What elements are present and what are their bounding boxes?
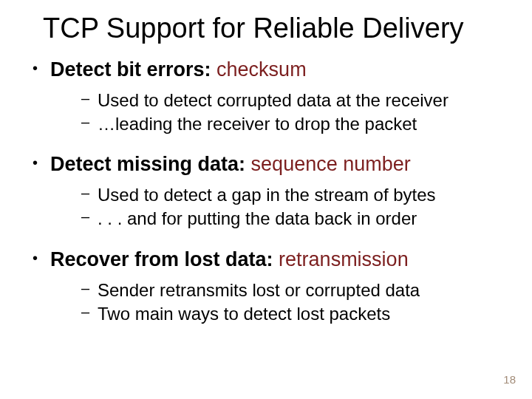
bullet-term: checksum <box>216 58 307 81</box>
bullet-list: Detect bit errors: checksum Used to dete… <box>30 58 502 327</box>
sub-item: Sender retransmits lost or corrupted dat… <box>81 279 502 302</box>
slide: TCP Support for Reliable Delivery Detect… <box>0 0 532 399</box>
bullet-item: Recover from lost data: retransmission S… <box>30 248 502 327</box>
bullet-lead: Recover from lost data: <box>50 248 273 270</box>
bullet-lead: Detect missing data: <box>50 153 245 175</box>
sub-list: Sender retransmits lost or corrupted dat… <box>50 279 502 327</box>
sub-item: Used to detect corrupted data at the rec… <box>81 89 502 112</box>
bullet-lead: Detect bit errors: <box>50 58 211 81</box>
bullet-term: retransmission <box>279 248 409 270</box>
bullet-item: Detect bit errors: checksum Used to dete… <box>30 58 502 137</box>
sub-item: Two main ways to detect lost packets <box>81 302 502 326</box>
slide-title: TCP Support for Reliable Delivery <box>43 13 502 44</box>
sub-item: …leading the receiver to drop the packet <box>81 112 502 136</box>
sub-list: Used to detect a gap in the stream of by… <box>50 183 502 231</box>
bullet-term: sequence number <box>251 153 411 175</box>
sub-item: Used to detect a gap in the stream of by… <box>81 183 502 207</box>
page-number: 18 <box>503 373 516 386</box>
bullet-item: Detect missing data: sequence number Use… <box>30 152 502 231</box>
sub-item: . . . and for putting the data back in o… <box>81 207 502 231</box>
sub-list: Used to detect corrupted data at the rec… <box>50 89 502 137</box>
